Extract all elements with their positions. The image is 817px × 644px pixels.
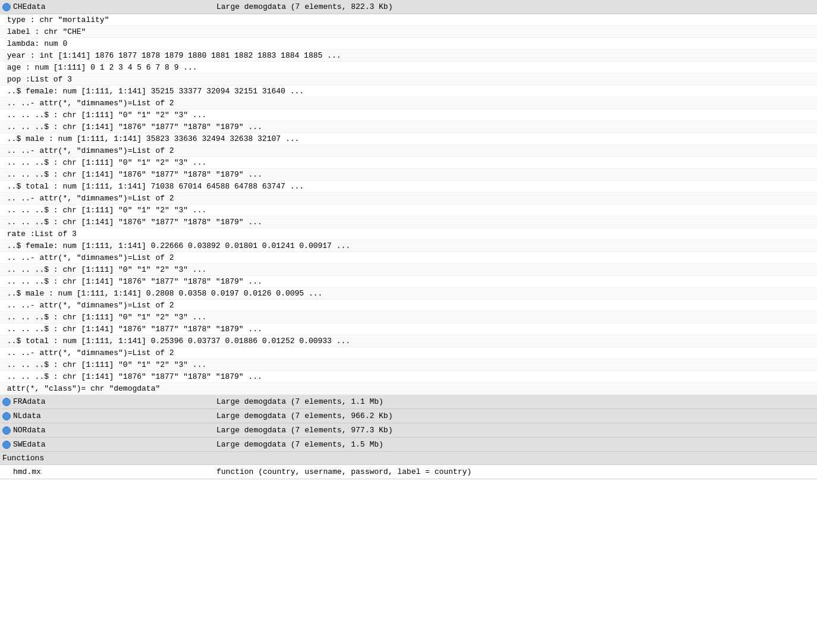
line-name: .. .. ..$ : chr [1:141] "1876" "1877" "1…: [0, 276, 214, 287]
nldata-name-label: NLdata: [13, 411, 41, 420]
code-line: .. ..- attr(*, "dimnames")=List of 2: [0, 347, 817, 359]
line-name: .. ..- attr(*, "dimnames")=List of 2: [0, 145, 214, 156]
line-name: year : int [1:141] 1876 1877 1878 1879 1…: [0, 50, 214, 61]
functions-section-header: Functions: [0, 452, 817, 465]
code-line: .. ..- attr(*, "dimnames")=List of 2: [0, 145, 817, 157]
line-name: ..$ male : num [1:111, 1:141] 35823 3363…: [0, 133, 214, 144]
line-name: rate :List of 3: [0, 228, 214, 240]
line-val: [214, 288, 817, 299]
code-line: .. .. ..$ : chr [1:141] "1876" "1877" "1…: [0, 216, 817, 228]
fradata-expand-icon[interactable]: [2, 398, 11, 406]
hmd-mx-row[interactable]: hmd.mx function (country, username, pass…: [0, 465, 817, 479]
line-val: [214, 216, 817, 228]
line-name: .. .. ..$ : chr [1:111] "0" "1" "2" "3" …: [0, 109, 214, 121]
line-val: [214, 169, 817, 180]
line-name: ..$ total : num [1:111, 1:141] 0.25396 0…: [0, 335, 214, 347]
line-val: [214, 38, 817, 49]
line-name: .. .. ..$ : chr [1:141] "1876" "1877" "1…: [0, 216, 214, 228]
line-val: [214, 145, 817, 156]
chedata-expand-icon[interactable]: [2, 3, 11, 11]
line-name: .. .. ..$ : chr [1:141] "1876" "1877" "1…: [0, 169, 214, 180]
line-val: [214, 300, 817, 311]
fradata-row[interactable]: FRAdata Large demogdata (7 elements, 1.1…: [0, 395, 817, 409]
line-val: [214, 252, 817, 263]
line-name: .. ..- attr(*, "dimnames")=List of 2: [0, 252, 214, 263]
line-name: .. .. ..$ : chr [1:111] "0" "1" "2" "3" …: [0, 264, 214, 275]
code-line: year : int [1:141] 1876 1877 1878 1879 1…: [0, 50, 817, 62]
fradata-desc-col: Large demogdata (7 elements, 1.1 Mb): [214, 396, 817, 407]
code-line: ..$ female: num [1:111, 1:141] 35215 333…: [0, 86, 817, 98]
line-val: [214, 157, 817, 168]
line-name: age : num [1:111] 0 1 2 3 4 5 6 7 8 9 ..…: [0, 62, 214, 73]
line-val: [214, 62, 817, 73]
line-name: ..$ female: num [1:111, 1:141] 35215 333…: [0, 86, 214, 97]
line-val: [214, 193, 817, 204]
line-name: .. .. ..$ : chr [1:111] "0" "1" "2" "3" …: [0, 359, 214, 370]
line-name: .. ..- attr(*, "dimnames")=List of 2: [0, 193, 214, 204]
nldata-row[interactable]: NLdata Large demogdata (7 elements, 966.…: [0, 409, 817, 423]
line-val: [214, 86, 817, 97]
code-line: .. .. ..$ : chr [1:111] "0" "1" "2" "3" …: [0, 205, 817, 216]
code-line: .. .. ..$ : chr [1:111] "0" "1" "2" "3" …: [0, 109, 817, 121]
line-val: [214, 312, 817, 323]
line-name: lambda: num 0: [0, 38, 214, 49]
code-line: .. .. ..$ : chr [1:111] "0" "1" "2" "3" …: [0, 157, 817, 169]
line-val: [214, 335, 817, 347]
code-line: .. .. ..$ : chr [1:111] "0" "1" "2" "3" …: [0, 312, 817, 323]
code-line: label : chr "CHE": [0, 26, 817, 38]
line-val: [214, 383, 817, 394]
line-name: label : chr "CHE": [0, 26, 214, 37]
code-line: ..$ male : num [1:111, 1:141] 0.2808 0.0…: [0, 288, 817, 300]
line-val: [214, 50, 817, 61]
line-name: .. .. ..$ : chr [1:111] "0" "1" "2" "3" …: [0, 205, 214, 216]
nordata-name-label: NORdata: [13, 426, 46, 435]
code-line: .. ..- attr(*, "dimnames")=List of 2: [0, 300, 817, 312]
code-line: .. .. ..$ : chr [1:141] "1876" "1877" "1…: [0, 169, 817, 181]
environment-panel: CHEdata Large demogdata (7 elements, 822…: [0, 0, 817, 644]
code-line: .. .. ..$ : chr [1:111] "0" "1" "2" "3" …: [0, 264, 817, 276]
line-name: .. .. ..$ : chr [1:141] "1876" "1877" "1…: [0, 121, 214, 133]
code-line: ..$ total : num [1:111, 1:141] 0.25396 0…: [0, 335, 817, 347]
code-line: .. ..- attr(*, "dimnames")=List of 2: [0, 193, 817, 205]
line-name: .. ..- attr(*, "dimnames")=List of 2: [0, 300, 214, 311]
code-line: .. .. ..$ : chr [1:141] "1876" "1877" "1…: [0, 323, 817, 335]
line-name: ..$ female: num [1:111, 1:141] 0.22666 0…: [0, 240, 214, 252]
line-val: [214, 133, 817, 144]
swedata-name-col: SWEdata: [0, 439, 214, 450]
nordata-expand-icon[interactable]: [2, 426, 11, 435]
chedata-header-row[interactable]: CHEdata Large demogdata (7 elements, 822…: [0, 0, 817, 14]
code-line: .. .. ..$ : chr [1:111] "0" "1" "2" "3" …: [0, 359, 817, 371]
nldata-desc-col: Large demogdata (7 elements, 966.2 Kb): [214, 410, 817, 422]
code-line: .. .. ..$ : chr [1:141] "1876" "1877" "1…: [0, 121, 817, 133]
fradata-name-col: FRAdata: [0, 396, 214, 407]
swedata-name-label: SWEdata: [13, 440, 46, 449]
line-val: [214, 74, 817, 85]
line-val: [214, 205, 817, 216]
line-name: type : chr "mortality": [0, 14, 214, 26]
line-name: ..$ male : num [1:111, 1:141] 0.2808 0.0…: [0, 288, 214, 299]
line-val: [214, 240, 817, 252]
line-name: pop :List of 3: [0, 74, 214, 85]
chedata-name-col: CHEdata: [0, 1, 214, 12]
line-name: ..$ total : num [1:111, 1:141] 71038 670…: [0, 181, 214, 192]
swedata-expand-icon[interactable]: [2, 441, 11, 449]
nordata-name-col: NORdata: [0, 425, 214, 436]
chedata-name-label: CHEdata: [13, 2, 46, 11]
code-line: age : num [1:111] 0 1 2 3 4 5 6 7 8 9 ..…: [0, 62, 817, 74]
functions-header-label: Functions: [2, 454, 44, 463]
line-val: [214, 26, 817, 37]
nldata-expand-icon[interactable]: [2, 412, 11, 420]
line-val: [214, 181, 817, 192]
code-line: .. ..- attr(*, "dimnames")=List of 2: [0, 98, 817, 109]
swedata-row[interactable]: SWEdata Large demogdata (7 elements, 1.5…: [0, 438, 817, 452]
hmd-mx-name-col: hmd.mx: [0, 466, 214, 477]
nordata-row[interactable]: NORdata Large demogdata (7 elements, 977…: [0, 423, 817, 438]
line-val: [214, 98, 817, 109]
line-val: [214, 228, 817, 240]
line-name: .. ..- attr(*, "dimnames")=List of 2: [0, 98, 214, 109]
line-val: [214, 359, 817, 370]
chedata-desc-col: Large demogdata (7 elements, 822.3 Kb): [214, 1, 817, 12]
line-val: [214, 109, 817, 121]
code-line: .. .. ..$ : chr [1:141] "1876" "1877" "1…: [0, 276, 817, 288]
fradata-name-label: FRAdata: [13, 397, 46, 406]
